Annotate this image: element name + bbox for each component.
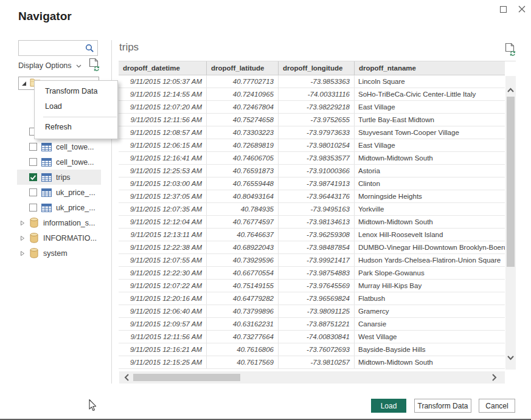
cancel-button[interactable]: Cancel — [479, 399, 515, 413]
cell-dropoff_longitude: -73.98010254 — [279, 139, 355, 151]
cell-dropoff_longitude: -73.91000366 — [279, 165, 355, 177]
tree-item-label: uk_price_... — [56, 188, 95, 197]
refresh-preview-icon[interactable] — [89, 58, 100, 74]
tree-item-label: trips — [56, 173, 71, 182]
cell-dropoff_longitude: -74.00830841 — [279, 331, 355, 343]
checkbox-unchecked[interactable] — [29, 188, 37, 196]
load-button[interactable]: Load — [371, 399, 406, 413]
expand-arrow-icon[interactable] — [20, 235, 25, 241]
table-row: 9/11/2015 12:37:05 AM40.80493164-73.9644… — [119, 190, 505, 203]
cell-dropoff_ntaname: East Village — [355, 139, 505, 151]
cell-dropoff_longitude: -73.98754883 — [279, 267, 355, 279]
tree-item-cell-towe[interactable]: cell_towe... — [0, 154, 111, 170]
menu-item-refresh[interactable]: Refresh — [35, 120, 117, 135]
column-header-dropoff_latitude: dropoff_latitude — [207, 61, 279, 75]
tree-item-label: cell_towe... — [56, 158, 94, 167]
cell-dropoff_latitude: 40.72410965 — [207, 88, 279, 100]
column-header-dropoff_ntaname: dropoff_ntaname — [355, 61, 505, 75]
table-row: 9/11/2015 12:22:30 AM40.66770554-73.9875… — [119, 267, 505, 280]
cell-dropoff_latitude: 40.7616806 — [207, 343, 279, 356]
cell-dropoff_latitude: 40.73929596 — [207, 254, 279, 266]
scroll-right-icon[interactable] — [491, 373, 498, 384]
table-row: 9/11/2015 12:08:57 AM40.73303223-73.9797… — [119, 126, 505, 139]
transform-data-button[interactable]: Transform Data — [414, 399, 471, 413]
table-row: 9/11/2015 12:07:22 AM40.75149155-73.9764… — [119, 280, 505, 292]
horizontal-scrollbar-thumb[interactable] — [133, 374, 240, 381]
checkbox-unchecked[interactable] — [29, 204, 37, 212]
preview-grid-body: 9/11/2015 12:05:37 AM40.77702713-73.9853… — [119, 75, 505, 369]
cell-dropoff_latitude: 40.76591873 — [207, 165, 279, 177]
table-row: 9/11/2015 12:25:53 AM40.76591873-73.9100… — [119, 165, 505, 177]
cell-dropoff_longitude: -73.9752655 — [279, 114, 355, 126]
cell-dropoff_longitude: -73.96569824 — [279, 292, 355, 305]
tree-item-information-s[interactable]: information_s... — [0, 215, 111, 230]
tree-item-uk-price[interactable]: uk_price_... — [0, 185, 111, 200]
table-row: 9/11/2015 12:13:11 AM40.7646637-73.96259… — [119, 229, 505, 241]
tree-item-label: INFORMATIO... — [43, 234, 97, 243]
tree-item-trips[interactable]: trips — [0, 170, 111, 185]
cell-dropoff_ntaname: Lenox Hill-Roosevelt Island — [355, 229, 505, 241]
tree-item-uk-price[interactable]: uk_price_... — [0, 200, 111, 215]
tree-item-system[interactable]: system — [0, 246, 111, 261]
scroll-down-icon[interactable] — [507, 353, 515, 363]
cell-dropoff_ntaname: Stuyvesant Town-Cooper Village — [355, 126, 505, 139]
cell-dropoff_longitude: -73.9810257 — [279, 356, 355, 368]
cell-dropoff_latitude: 40.75274658 — [207, 114, 279, 126]
table-row: 9/11/2015 12:06:15 AM40.72689819-73.9801… — [119, 139, 505, 152]
cell-dropoff_latitude: 40.7617569 — [207, 356, 279, 368]
preview-grid: dropoff_datetimedropoff_latitudedropoff_… — [119, 61, 505, 369]
cell-dropoff_latitude: 40.7646637 — [207, 229, 279, 241]
menu-item-transform-data[interactable]: Transform Data — [35, 84, 117, 99]
cell-dropoff_ntaname: Morningside Heights — [355, 190, 505, 202]
preview-grid-header: dropoff_datetimedropoff_latitudedropoff_… — [119, 61, 505, 75]
cell-dropoff_datetime: 9/11/2015 12:25:53 AM — [119, 165, 207, 177]
cell-dropoff_ntaname: Hudson Yards-Chelsea-Flatiron-Union Squa… — [355, 254, 505, 266]
cell-dropoff_ntaname: SoHo-TriBeCa-Civic Center-Little Italy — [355, 88, 505, 100]
search-box[interactable] — [18, 40, 98, 56]
tree-item-cell-towe[interactable]: cell_towe... — [0, 139, 111, 154]
search-icon — [85, 44, 97, 53]
table-row: 9/11/2015 12:09:57 AM40.63162231-73.8875… — [119, 318, 505, 331]
cell-dropoff_datetime: 9/11/2015 12:09:57 AM — [119, 318, 207, 330]
checkbox-unchecked[interactable] — [29, 158, 37, 166]
tree-item-informatio[interactable]: INFORMATIO... — [0, 230, 111, 246]
cell-dropoff_datetime: 9/11/2015 12:06:15 AM — [119, 139, 207, 151]
cell-dropoff_longitude: -73.98134613 — [279, 216, 355, 228]
menu-item-load[interactable]: Load — [35, 99, 117, 114]
horizontal-scrollbar[interactable] — [119, 371, 505, 384]
display-options-label: Display Options — [18, 61, 72, 70]
cell-dropoff_datetime: 9/11/2015 12:08:57 AM — [119, 126, 207, 139]
close-button[interactable] — [514, 3, 530, 16]
maximize-button[interactable] — [495, 3, 511, 16]
checkbox-unchecked[interactable] — [29, 143, 37, 151]
cell-dropoff_ntaname: Canarsie — [355, 318, 505, 330]
cell-dropoff_longitude: -73.98487854 — [279, 241, 355, 253]
tree-item-label: cell_towe... — [56, 143, 94, 151]
cell-dropoff_ntaname: Turtle Bay-East Midtown — [355, 114, 505, 126]
cell-dropoff_ntaname: Yorkville — [355, 203, 505, 215]
table-row: 9/11/2015 12:20:16 AM40.64779282-73.9656… — [119, 292, 505, 305]
cell-dropoff_ntaname: DUMBO-Vinegar Hill-Downtown Brooklyn-Boe… — [355, 241, 505, 253]
cell-dropoff_datetime: 9/11/2015 12:16:41 AM — [119, 152, 207, 164]
checkbox-checked[interactable] — [29, 173, 37, 181]
vertical-scrollbar[interactable] — [505, 76, 516, 370]
collapse-arrow-icon[interactable] — [21, 78, 27, 89]
cell-dropoff_ntaname: Bayside-Bayside Hills — [355, 343, 505, 356]
database-icon — [30, 218, 38, 228]
display-options-dropdown[interactable]: Display Options — [18, 60, 82, 71]
scroll-up-icon[interactable] — [507, 84, 515, 95]
expand-arrow-icon[interactable] — [20, 250, 25, 256]
table-row: 9/11/2015 12:16:21 AM40.7616806-73.76072… — [119, 343, 505, 356]
vertical-scrollbar-thumb[interactable] — [507, 97, 515, 267]
scroll-left-icon[interactable] — [123, 373, 130, 384]
refresh-preview-table-icon[interactable] — [505, 43, 516, 58]
cell-dropoff_datetime: 9/11/2015 12:16:21 AM — [119, 343, 207, 356]
table-row: 9/11/2015 12:11:56 AM40.73277664-74.0083… — [119, 331, 505, 343]
cell-dropoff_datetime: 9/11/2015 12:15:25 AM — [119, 356, 207, 368]
table-row: 9/11/2015 12:05:37 AM40.77702713-73.9853… — [119, 75, 505, 88]
cell-dropoff_longitude: -73.76072693 — [279, 343, 355, 356]
expand-arrow-icon[interactable] — [20, 220, 25, 226]
search-input[interactable] — [19, 41, 85, 55]
table-icon — [41, 173, 52, 182]
database-icon — [30, 233, 38, 243]
